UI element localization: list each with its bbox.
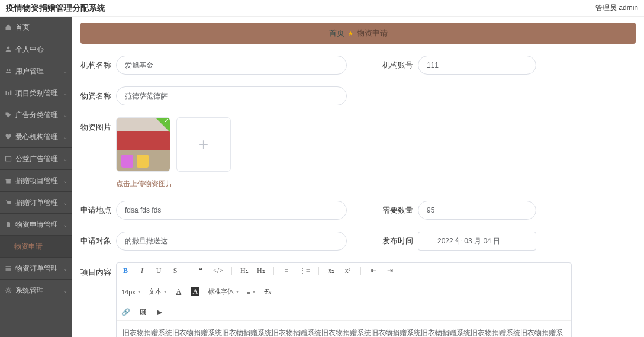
ad-icon xyxy=(5,155,12,162)
bold-button[interactable]: B xyxy=(121,267,130,275)
plus-icon: + xyxy=(199,135,208,154)
sub-button[interactable]: x₂ xyxy=(327,267,336,275)
ul-button[interactable]: ⋮≡ xyxy=(299,267,310,275)
app-header: 疫情物资捐赠管理分配系统 管理员 admin xyxy=(0,0,644,17)
home-icon xyxy=(5,24,12,31)
chevron-down-icon: ⌄ xyxy=(63,287,67,294)
bg-color-button[interactable]: A xyxy=(191,287,199,296)
apply-target-input[interactable] xyxy=(116,232,347,251)
code-button[interactable]: </> xyxy=(213,267,223,275)
svg-point-12 xyxy=(7,289,10,292)
check-icon xyxy=(156,118,170,132)
sidebar-item-org[interactable]: 爱心机构管理 ⌄ xyxy=(0,126,72,148)
app-title: 疫情物资捐赠管理分配系统 xyxy=(6,3,105,14)
material-img-label: 物资图片 xyxy=(80,122,116,133)
svg-rect-7 xyxy=(6,180,11,184)
list-icon xyxy=(5,265,12,272)
upload-add-button[interactable]: + xyxy=(176,117,231,172)
sidebar-item-donation-project[interactable]: 捐赠项目管理 ⌄ xyxy=(0,170,72,192)
italic-button[interactable]: I xyxy=(138,267,146,275)
current-user[interactable]: 管理员 admin xyxy=(595,3,638,13)
svg-rect-10 xyxy=(6,268,11,269)
star-icon: ★ xyxy=(348,30,353,37)
sidebar-item-material-order[interactable]: 物资订单管理 ⌄ xyxy=(0,258,72,280)
sidebar-subitem-material-apply[interactable]: 物资申请 xyxy=(0,236,72,258)
cart-icon xyxy=(5,199,12,206)
apply-target-label: 申请对象 xyxy=(80,236,116,246)
svg-rect-11 xyxy=(6,269,11,271)
sidebar-item-donation-order[interactable]: 捐赠订单管理 ⌄ xyxy=(0,192,72,214)
gift-icon xyxy=(5,177,12,184)
sidebar-item-material-apply[interactable]: 物资申请管理 ⌄ xyxy=(0,214,72,236)
need-qty-label: 需要数量 xyxy=(382,205,418,216)
apply-addr-input[interactable] xyxy=(116,201,347,220)
svg-point-1 xyxy=(7,69,8,71)
chevron-down-icon: ⌄ xyxy=(63,90,67,97)
sidebar-item-profile[interactable]: 个人中心 xyxy=(0,38,72,60)
svg-rect-8 xyxy=(6,179,11,180)
indent-minus-button[interactable]: ⇤ xyxy=(369,267,378,275)
main-content: 首页 ★ 物资申请 机构名称 机构账号 物资名称 物资图片 xyxy=(72,17,644,337)
font-family-select[interactable]: 标准字体 xyxy=(208,287,239,296)
chevron-down-icon: ⌄ xyxy=(63,178,67,184)
gear-icon xyxy=(5,287,12,294)
breadcrumb-current: 物资申请 xyxy=(357,28,388,38)
svg-rect-3 xyxy=(6,91,7,95)
chevron-down-icon: ⌄ xyxy=(63,156,67,162)
video-button[interactable]: ▶ xyxy=(155,308,163,317)
image-button[interactable]: 🖼 xyxy=(139,308,147,317)
sup-button[interactable]: x² xyxy=(344,267,352,275)
svg-rect-5 xyxy=(10,91,11,95)
text-style-select[interactable]: 文本 xyxy=(149,287,166,296)
org-name-input[interactable] xyxy=(116,56,347,75)
svg-rect-6 xyxy=(6,156,11,161)
link-button[interactable]: 🔗 xyxy=(121,308,130,317)
breadcrumb-home[interactable]: 首页 xyxy=(329,28,344,38)
clear-format-button[interactable]: Tₓ xyxy=(263,287,272,296)
material-name-input[interactable] xyxy=(116,86,347,105)
ol-button[interactable]: ≡ xyxy=(282,267,291,275)
quote-button[interactable]: ❝ xyxy=(197,267,205,275)
org-account-label: 机构账号 xyxy=(382,60,418,70)
apply-addr-label: 申请地点 xyxy=(80,205,116,216)
file-icon xyxy=(5,221,12,228)
svg-point-2 xyxy=(9,69,11,71)
bars-icon xyxy=(5,89,12,97)
rich-text-editor: B I U S ❝ </> H₁ H₂ ≡ ⋮≡ x₂ xyxy=(116,262,572,337)
publish-time-label: 发布时间 xyxy=(382,236,418,246)
sidebar-item-categories[interactable]: 项目类别管理 ⌄ xyxy=(0,82,72,104)
tag-icon xyxy=(5,111,12,118)
sidebar-item-public-ad[interactable]: 公益广告管理 ⌄ xyxy=(0,148,72,170)
svg-rect-9 xyxy=(6,266,11,267)
uploaded-image[interactable] xyxy=(116,117,170,172)
chevron-down-icon: ⌄ xyxy=(63,134,67,140)
svg-point-0 xyxy=(7,47,10,50)
need-qty-input[interactable] xyxy=(418,201,536,220)
text-color-button[interactable]: A xyxy=(175,287,183,296)
editor-content[interactable]: 旧衣物捐赠系统旧衣物捐赠系统旧衣物捐赠系统旧衣物捐赠系统旧衣物捐赠系统旧衣物捐赠… xyxy=(117,321,571,337)
publish-time-input[interactable] xyxy=(418,232,536,251)
h1-button[interactable]: H₁ xyxy=(240,267,249,275)
content-label: 项目内容 xyxy=(80,267,116,278)
font-size-select[interactable]: 14px xyxy=(121,288,140,296)
align-select[interactable]: ≡ xyxy=(247,288,255,296)
h2-button[interactable]: H₂ xyxy=(257,267,265,275)
chevron-down-icon: ⌄ xyxy=(63,265,67,272)
underline-button[interactable]: U xyxy=(154,267,163,275)
org-name-label: 机构名称 xyxy=(80,60,116,70)
chevron-down-icon: ⌄ xyxy=(63,68,67,75)
sidebar-item-home[interactable]: 首页 xyxy=(0,17,72,38)
sidebar-item-system[interactable]: 系统管理 ⌄ xyxy=(0,280,72,301)
chevron-down-icon: ⌄ xyxy=(63,112,67,118)
indent-plus-button[interactable]: ⇥ xyxy=(386,267,394,275)
upload-hint[interactable]: 点击上传物资图片 xyxy=(116,179,231,189)
strike-button[interactable]: S xyxy=(171,267,179,275)
sidebar: 首页 个人中心 用户管理 ⌄ 项目类别管理 ⌄ 广告分类管理 ⌄ 爱心机构管理 … xyxy=(0,17,72,337)
users-icon xyxy=(5,68,12,75)
sidebar-item-ad-category[interactable]: 广告分类管理 ⌄ xyxy=(0,104,72,126)
org-account-input[interactable] xyxy=(418,56,536,75)
sidebar-item-users[interactable]: 用户管理 ⌄ xyxy=(0,60,72,82)
editor-toolbar: B I U S ❝ </> H₁ H₂ ≡ ⋮≡ x₂ xyxy=(117,263,571,321)
breadcrumb: 首页 ★ 物资申请 xyxy=(80,23,636,44)
chevron-down-icon: ⌄ xyxy=(63,222,67,228)
